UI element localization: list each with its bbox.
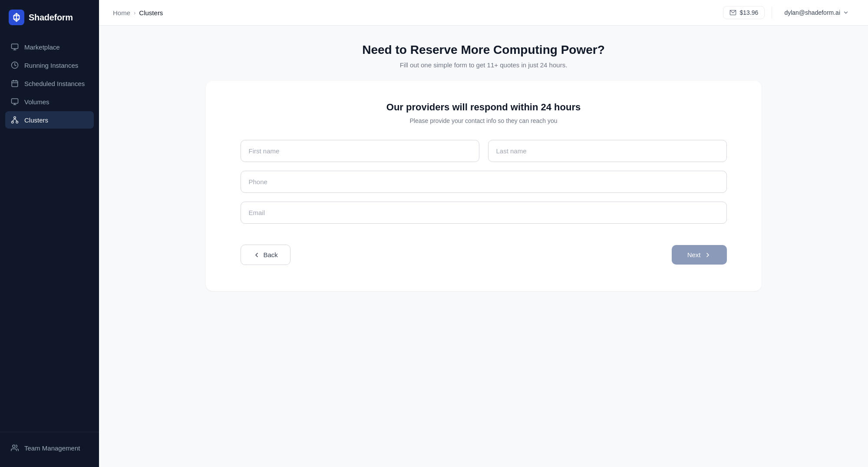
breadcrumb: Home › Clusters (113, 9, 163, 17)
svg-rect-4 (12, 44, 18, 49)
sidebar-item-volumes[interactable]: Volumes (5, 93, 94, 110)
content: Need to Reserve More Computing Power? Fi… (180, 26, 788, 467)
marketplace-icon (10, 43, 19, 51)
sidebar-item-marketplace[interactable]: Marketplace (5, 38, 94, 56)
header-divider (772, 7, 772, 19)
sidebar-item-team-management[interactable]: Team Management (5, 439, 94, 457)
sidebar-item-clusters-label: Clusters (24, 116, 48, 124)
email-input[interactable] (241, 202, 727, 224)
back-button-label: Back (264, 251, 278, 258)
sidebar-nav: Marketplace Running Instances (0, 35, 99, 432)
sidebar-item-scheduled-instances[interactable]: Scheduled Instances (5, 75, 94, 92)
back-button[interactable]: Back (241, 245, 290, 265)
balance-badge: $13.96 (723, 6, 765, 19)
user-menu[interactable]: dylan@shadeform.ai (779, 7, 854, 19)
svg-rect-8 (12, 81, 18, 87)
mail-icon (729, 9, 736, 16)
sidebar-item-marketplace-label: Marketplace (24, 43, 60, 51)
phone-row (241, 171, 727, 193)
sidebar-item-team-management-label: Team Management (24, 444, 80, 452)
running-instances-icon (10, 61, 19, 70)
last-name-input[interactable] (488, 140, 727, 162)
balance-amount: $13.96 (740, 9, 759, 16)
sidebar: Shadeform Marketplace Running Instan (0, 0, 99, 467)
chevron-down-icon (843, 10, 849, 16)
volumes-icon (10, 97, 19, 106)
first-name-input[interactable] (241, 140, 479, 162)
logo-icon (9, 10, 24, 25)
logo-text: Shadeform (29, 13, 73, 23)
scheduled-instances-icon (10, 79, 19, 88)
next-button-label: Next (687, 251, 701, 258)
svg-line-17 (15, 119, 17, 121)
header: Home › Clusters $13.96 dylan@shadeform.a… (99, 0, 868, 26)
chevron-right-icon (704, 252, 711, 258)
clusters-icon (10, 116, 19, 124)
breadcrumb-home[interactable]: Home (113, 9, 130, 17)
phone-input[interactable] (241, 171, 727, 193)
page-title: Need to Reserve More Computing Power? (206, 43, 762, 57)
svg-line-16 (13, 119, 15, 121)
form-title: Our providers will respond within 24 hou… (241, 102, 727, 113)
breadcrumb-current: Clusters (139, 9, 163, 17)
sidebar-item-running-instances[interactable]: Running Instances (5, 56, 94, 74)
user-email: dylan@shadeform.ai (784, 9, 840, 16)
team-management-icon (10, 444, 19, 452)
sidebar-bottom: Team Management (0, 432, 99, 467)
sidebar-item-running-instances-label: Running Instances (24, 62, 78, 69)
sidebar-item-volumes-label: Volumes (24, 98, 50, 106)
form-actions: Back Next (241, 245, 727, 265)
form-subtitle: Please provide your contact info so they… (241, 117, 727, 124)
main-area: Home › Clusters $13.96 dylan@shadeform.a… (99, 0, 868, 467)
header-right: $13.96 dylan@shadeform.ai (723, 6, 854, 19)
page-subtitle: Fill out one simple form to get 11+ quot… (206, 61, 762, 69)
chevron-left-icon (253, 252, 260, 258)
email-row (241, 202, 727, 224)
sidebar-item-clusters[interactable]: Clusters (5, 111, 94, 129)
page-header: Need to Reserve More Computing Power? Fi… (206, 43, 762, 69)
svg-rect-12 (12, 99, 18, 103)
svg-point-18 (13, 445, 15, 447)
form-section: Our providers will respond within 24 hou… (206, 81, 762, 291)
name-row (241, 140, 727, 162)
sidebar-item-scheduled-instances-label: Scheduled Instances (24, 80, 85, 87)
logo[interactable]: Shadeform (0, 0, 99, 35)
breadcrumb-separator: › (134, 10, 135, 16)
next-button[interactable]: Next (672, 245, 727, 265)
